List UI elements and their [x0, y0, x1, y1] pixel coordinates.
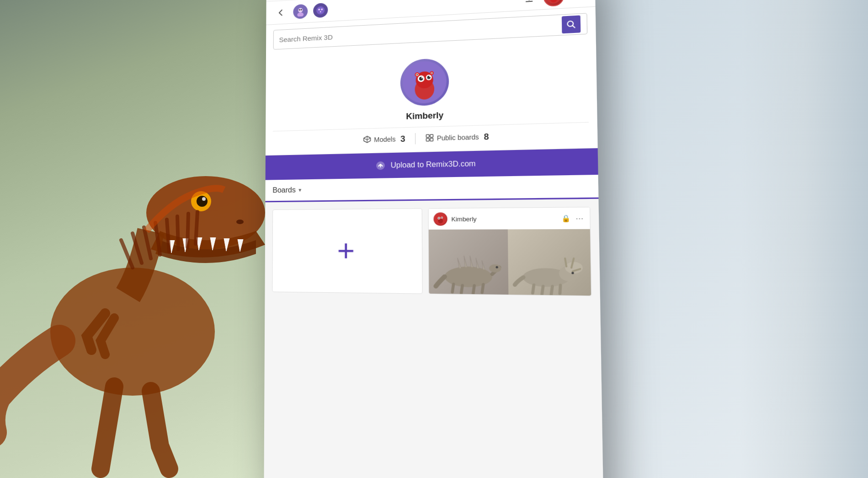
right-edge-fade — [740, 0, 868, 478]
board-image-stegosaurus — [429, 229, 509, 295]
new-board-card[interactable]: + — [272, 208, 422, 294]
svg-rect-42 — [430, 134, 433, 137]
svg-line-56 — [473, 285, 474, 294]
public-boards-stat: Public boards 8 — [415, 131, 499, 143]
user-avatar-2-icon — [315, 5, 325, 16]
search-button[interactable] — [562, 15, 580, 33]
boards-tab-label: Boards — [272, 186, 296, 195]
current-user-avatar[interactable] — [543, 0, 564, 6]
svg-line-54 — [452, 284, 453, 292]
back-icon — [276, 8, 285, 17]
svg-point-5 — [236, 220, 244, 224]
profile-name: Kimberly — [406, 111, 443, 122]
svg-line-55 — [461, 285, 463, 294]
boards-chevron-icon: ▾ — [298, 187, 301, 193]
models-count: 3 — [400, 134, 405, 144]
board-owner-name: Kimberly — [451, 215, 557, 222]
models-icon — [362, 135, 371, 145]
user-avatar-icon — [295, 6, 305, 16]
user-avatar-small-2[interactable] — [313, 2, 328, 17]
app-panel: Upload limit: 64.0 MB — [264, 0, 604, 478]
profile-stats: Models 3 Public boa — [273, 122, 589, 148]
dino-background — [0, 0, 283, 478]
nav-right — [521, 0, 587, 8]
svg-line-64 — [551, 286, 553, 295]
svg-point-10 — [316, 6, 325, 15]
svg-point-4 — [202, 197, 206, 201]
board-card: Kimberly 🔒 ··· — [428, 207, 592, 296]
upload-button-icon — [375, 161, 386, 171]
svg-point-47 — [438, 219, 443, 223]
nav-left — [273, 2, 328, 20]
boards-tab[interactable]: Boards ▾ — [272, 179, 301, 201]
boards-icon — [425, 133, 434, 143]
svg-line-25 — [572, 26, 575, 28]
board-owner-avatar — [433, 212, 447, 226]
svg-point-50 — [438, 218, 440, 219]
profile-avatar — [400, 58, 449, 107]
current-user-avatar-icon — [545, 0, 562, 5]
board-menu-button[interactable]: ··· — [575, 213, 585, 224]
svg-line-65 — [560, 285, 561, 293]
search-input[interactable] — [279, 21, 558, 43]
public-boards-label: Public boards — [437, 133, 479, 142]
svg-point-52 — [444, 266, 492, 287]
board-card-header: Kimberly 🔒 ··· — [429, 207, 590, 230]
models-label: Models — [374, 135, 395, 143]
svg-point-6 — [298, 8, 303, 12]
stegosaurus-thumbnail — [433, 242, 505, 295]
svg-point-7 — [297, 12, 304, 16]
profile-avatar-illustration — [403, 60, 447, 104]
svg-point-51 — [442, 217, 442, 218]
back-button[interactable] — [273, 5, 288, 20]
svg-line-62 — [533, 285, 534, 293]
search-icon — [566, 20, 576, 29]
app-panel-wrapper: Upload limit: 64.0 MB — [264, 0, 604, 478]
svg-line-63 — [542, 286, 543, 294]
svg-rect-43 — [426, 138, 429, 141]
upload-button-label: Upload to Remix3D.com — [391, 160, 476, 170]
public-boards-count: 8 — [484, 132, 489, 142]
svg-rect-41 — [426, 134, 429, 137]
svg-point-3 — [197, 196, 208, 207]
upload-to-web-button[interactable] — [521, 0, 538, 6]
triceratops-thumbnail — [512, 242, 587, 295]
upload-arrow-icon — [523, 0, 535, 4]
user-avatar-small[interactable] — [293, 4, 308, 19]
external-link-button[interactable] — [570, 0, 587, 3]
svg-rect-44 — [430, 138, 433, 141]
models-stat: Models 3 — [353, 134, 415, 145]
board-image-triceratops — [508, 229, 591, 295]
add-board-icon: + — [337, 236, 355, 266]
svg-line-57 — [482, 285, 484, 293]
boards-grid: + — [265, 199, 600, 304]
boards-tab-header: Boards ▾ — [265, 175, 598, 202]
svg-line-14 — [526, 1, 532, 1]
board-lock-icon: 🔒 — [561, 215, 570, 222]
board-owner-avatar-icon — [435, 213, 447, 225]
dino-illustration — [0, 66, 283, 478]
profile-section: Kimberly Models 3 — [266, 40, 598, 156]
board-images — [429, 229, 591, 295]
